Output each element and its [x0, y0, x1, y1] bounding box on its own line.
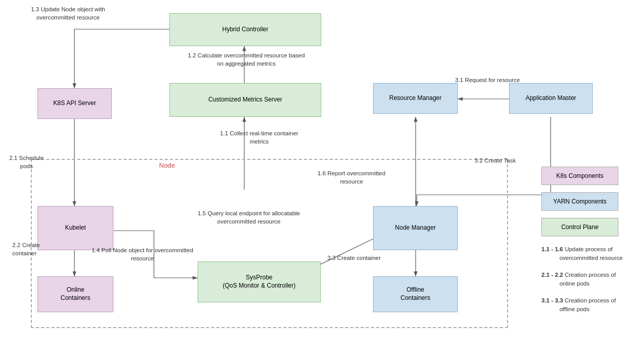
sysprobe-label: SysProbe(QoS Monitor & Controller): [223, 274, 296, 290]
legend-text-1-label: 1.1 - 1.6: [541, 246, 563, 252]
offline-containers-label: OfflineContainers: [400, 286, 430, 302]
label-1-4: 1.4 Poll Node object for overcommitted r…: [85, 246, 200, 262]
legend-k8s-box: K8s Components: [541, 167, 618, 185]
label-1-2: 1.2 Calculate overcommitted resource bas…: [185, 51, 308, 68]
legend-k8s-label: K8s Components: [556, 172, 603, 179]
legend-text-2: 2.1 - 2.2 Creation process of online pod…: [541, 271, 641, 289]
online-containers-label: OnlineContainers: [61, 286, 90, 302]
resource-manager-label: Resource Manager: [389, 94, 441, 103]
label-3-3: 3.3 Create container: [326, 254, 382, 262]
label-1-6: 1.6 Report overcommitted resource: [305, 169, 398, 186]
label-1-1: 1.1 Collect real-time container metrics: [210, 129, 308, 146]
k8s-api-server-label: K8S API Server: [53, 99, 96, 108]
sysprobe-box: SysProbe(QoS Monitor & Controller): [198, 261, 321, 302]
legend-control-box: Control Plane: [541, 218, 618, 236]
hybrid-controller-label: Hybrid Controller: [222, 26, 268, 34]
label-3-1: 3.1 Request for resource: [441, 76, 534, 84]
label-1-3: 1.3 Update Node object with overcommitte…: [21, 5, 115, 22]
legend-control-label: Control Plane: [561, 224, 599, 231]
diagram-container: Hybrid Controller K8S API Server Customi…: [0, 0, 644, 345]
customized-metrics-server-label: Customized Metrics Server: [208, 96, 282, 104]
label-3-2: 3.2 Create Task: [462, 156, 529, 165]
legend-text-3-label: 3.1 - 3.3: [541, 297, 563, 303]
legend-text-3: 3.1 - 3.3 Creation process of offline po…: [541, 296, 641, 314]
offline-containers-box: OfflineContainers: [373, 276, 458, 312]
legend-text-2-label: 2.1 - 2.2: [541, 272, 563, 278]
kubelet-box: Kubelet: [37, 206, 113, 250]
node-label: Node: [159, 161, 175, 169]
application-master-label: Application Master: [525, 94, 576, 103]
node-manager-box: Node Manager: [373, 206, 458, 250]
label-2-1: 2.1 Schedule pods: [2, 154, 51, 170]
kubelet-label: Kubelet: [65, 224, 86, 232]
k8s-api-server-box: K8S API Server: [37, 88, 112, 119]
node-manager-label: Node Manager: [395, 224, 436, 232]
legend-yarn-box: YARN Components: [541, 192, 618, 211]
resource-manager-box: Resource Manager: [373, 83, 458, 114]
application-master-box: Application Master: [509, 83, 593, 114]
online-containers-box: OnlineContainers: [37, 276, 113, 312]
label-2-2: 2.2 Create container: [12, 241, 43, 257]
label-1-5: 1.5 Query local endpoint for allocatable…: [190, 209, 308, 226]
legend-text-1: 1.1 - 1.6 Update process of overcommitte…: [541, 245, 641, 263]
legend-yarn-label: YARN Components: [553, 198, 607, 205]
hybrid-controller-box: Hybrid Controller: [169, 13, 321, 46]
customized-metrics-server-box: Customized Metrics Server: [169, 83, 321, 117]
